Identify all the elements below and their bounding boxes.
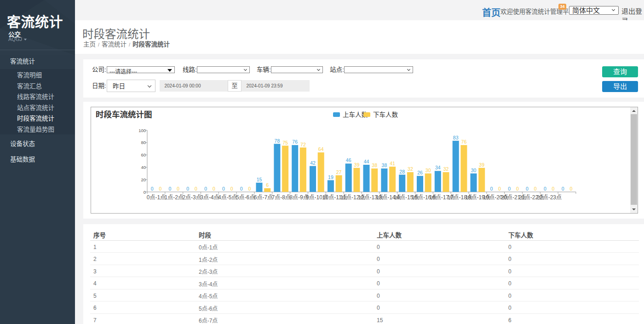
svg-text:0: 0 [544,186,546,191]
svg-text:28: 28 [399,169,405,174]
svg-text:80: 80 [141,140,146,145]
svg-text:76: 76 [461,139,467,145]
svg-text:32: 32 [443,166,449,172]
svg-text:0: 0 [168,186,171,191]
svg-text:0: 0 [490,186,493,191]
svg-text:0: 0 [151,186,154,191]
svg-text:19: 19 [328,174,334,180]
svg-text:0: 0 [562,186,564,191]
svg-text:34: 34 [435,165,441,170]
svg-text:39: 39 [354,162,360,168]
svg-text:6点-7点: 6点-7点 [254,194,273,201]
svg-text:38: 38 [382,162,387,168]
svg-text:76: 76 [292,139,298,145]
svg-text:3点-4点: 3点-4点 [200,194,219,201]
svg-text:30: 30 [426,168,431,173]
svg-text:0: 0 [569,186,572,191]
svg-text:42: 42 [310,160,316,166]
svg-text:32: 32 [408,166,413,172]
svg-text:2点-3点: 2点-3点 [182,194,201,201]
svg-text:6: 6 [266,182,269,188]
svg-text:时段车流统计图: 时段车流统计图 [96,110,152,119]
svg-text:0: 0 [516,186,519,191]
svg-text:60: 60 [141,152,146,157]
svg-text:83: 83 [453,135,459,140]
svg-text:7点-8点: 7点-8点 [272,194,291,201]
svg-text:0: 0 [144,190,146,195]
svg-text:0: 0 [526,186,529,191]
svg-text:39: 39 [479,162,484,168]
svg-text:75: 75 [282,140,288,145]
svg-text:22点-23点: 22点-23点 [536,194,562,201]
svg-text:64: 64 [318,146,324,152]
svg-text:40: 40 [141,165,146,170]
svg-text:78: 78 [275,138,280,144]
svg-text:0: 0 [230,186,233,191]
svg-text:0: 0 [213,186,215,191]
svg-text:46: 46 [346,157,351,163]
svg-text:4点-5点: 4点-5点 [218,194,237,201]
svg-text:0: 0 [534,186,537,191]
svg-text:0: 0 [508,186,511,191]
svg-text:20: 20 [141,177,146,182]
svg-text:44: 44 [364,159,369,164]
svg-text:5点-6点: 5点-6点 [236,194,255,201]
svg-text:0: 0 [248,186,251,191]
svg-text:0: 0 [195,186,197,191]
svg-text:下车人数: 下车人数 [373,111,398,118]
svg-text:30: 30 [471,168,477,173]
svg-text:41: 41 [390,161,395,166]
svg-text:0点-1点: 0点-1点 [147,194,166,201]
svg-text:0: 0 [177,186,179,191]
svg-text:100: 100 [138,128,146,133]
svg-text:15: 15 [257,177,262,182]
svg-text:0: 0 [498,186,501,191]
svg-text:38: 38 [372,162,377,168]
svg-text:1点-2点: 1点-2点 [165,194,184,201]
svg-text:0: 0 [204,186,207,191]
svg-text:0: 0 [552,186,555,191]
svg-text:0: 0 [240,186,243,191]
svg-text:0: 0 [159,186,161,191]
svg-text:0: 0 [186,186,189,191]
svg-text:0: 0 [222,186,225,191]
svg-text:72: 72 [300,142,306,147]
svg-text:26: 26 [417,170,423,175]
svg-text:27: 27 [336,169,342,175]
